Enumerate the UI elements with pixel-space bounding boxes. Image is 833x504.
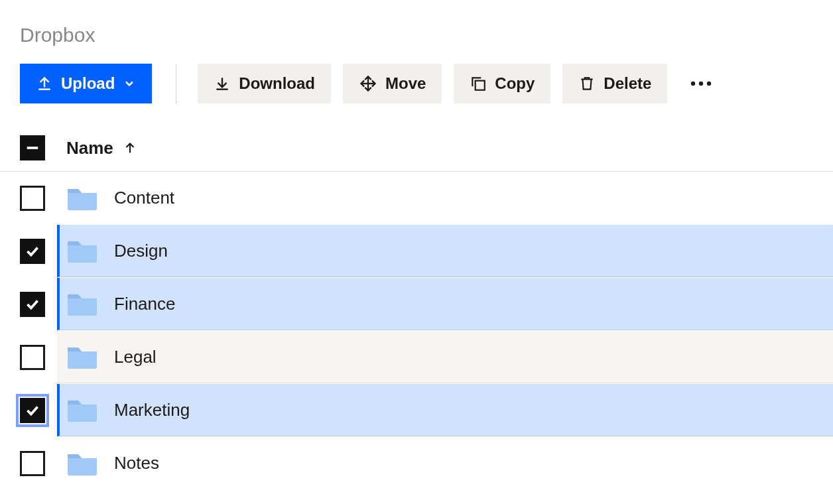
sort-asc-icon: [123, 141, 137, 155]
svg-point-3: [707, 82, 711, 86]
row-content[interactable]: Legal: [57, 331, 833, 383]
copy-icon: [470, 75, 487, 92]
item-name: Finance: [114, 294, 176, 314]
folder-icon: [66, 344, 98, 370]
item-name: Marketing: [114, 400, 190, 420]
table-row[interactable]: Legal: [0, 331, 833, 384]
row-content[interactable]: Notes: [57, 437, 833, 489]
upload-button[interactable]: Upload: [20, 64, 152, 103]
row-checkbox-wrap: [0, 292, 57, 317]
row-checkbox[interactable]: [20, 239, 45, 264]
breadcrumb[interactable]: Dropbox: [0, 0, 833, 45]
move-icon: [359, 74, 377, 93]
trash-icon: [578, 75, 596, 92]
row-checkbox-wrap: [0, 345, 57, 370]
folder-icon: [66, 450, 98, 477]
row-checkbox[interactable]: [20, 451, 45, 476]
folder-icon: [66, 397, 98, 423]
svg-point-1: [691, 82, 695, 86]
table-row[interactable]: Marketing: [0, 384, 833, 437]
row-checkbox[interactable]: [20, 186, 45, 211]
toolbar: Upload Download: [0, 45, 833, 103]
svg-point-2: [699, 82, 703, 86]
chevron-down-icon: [123, 77, 136, 90]
row-checkbox[interactable]: [20, 398, 45, 423]
delete-button[interactable]: Delete: [562, 64, 667, 103]
toolbar-divider: [176, 64, 176, 103]
table-row[interactable]: Content: [0, 172, 833, 225]
more-horizontal-icon: [690, 80, 712, 87]
delete-button-label: Delete: [604, 74, 651, 93]
row-content[interactable]: Content: [57, 172, 833, 224]
row-checkbox-wrap: [0, 451, 57, 476]
row-checkbox[interactable]: [20, 292, 45, 317]
row-content[interactable]: Marketing: [57, 384, 833, 436]
row-checkbox-wrap: [0, 239, 57, 264]
copy-button[interactable]: Copy: [454, 64, 550, 103]
row-content[interactable]: Finance: [57, 278, 833, 330]
move-button-label: Move: [385, 74, 426, 93]
select-all-checkbox[interactable]: [20, 135, 45, 160]
row-checkbox-wrap: [0, 186, 57, 211]
folder-icon: [66, 185, 98, 212]
svg-rect-4: [27, 147, 38, 149]
upload-button-label: Upload: [61, 74, 115, 93]
copy-button-label: Copy: [495, 74, 535, 93]
item-name: Legal: [114, 347, 157, 367]
indeterminate-icon: [25, 141, 40, 155]
column-header-name-label: Name: [66, 138, 113, 158]
upload-icon: [36, 75, 53, 92]
column-header-name[interactable]: Name: [66, 138, 137, 158]
svg-rect-0: [476, 81, 485, 90]
row-content[interactable]: Design: [57, 225, 833, 277]
table-row[interactable]: Finance: [0, 278, 833, 331]
item-name: Notes: [114, 453, 159, 473]
table-row[interactable]: Design: [0, 225, 833, 278]
item-name: Content: [114, 188, 174, 208]
download-button[interactable]: Download: [198, 64, 331, 103]
table-row[interactable]: Notes: [0, 437, 833, 490]
row-checkbox-wrap: [0, 398, 57, 423]
folder-icon: [66, 290, 98, 317]
download-icon: [214, 75, 231, 92]
row-checkbox[interactable]: [20, 345, 45, 370]
download-button-label: Download: [239, 74, 315, 93]
file-list: ContentDesignFinanceLegalMarketingNotes: [0, 172, 833, 490]
move-button[interactable]: Move: [343, 64, 442, 103]
list-header: Name: [0, 103, 833, 172]
file-browser: Dropbox Upload: [0, 0, 833, 490]
more-actions-button[interactable]: [683, 64, 719, 103]
folder-icon: [66, 237, 98, 264]
item-name: Design: [114, 241, 168, 261]
